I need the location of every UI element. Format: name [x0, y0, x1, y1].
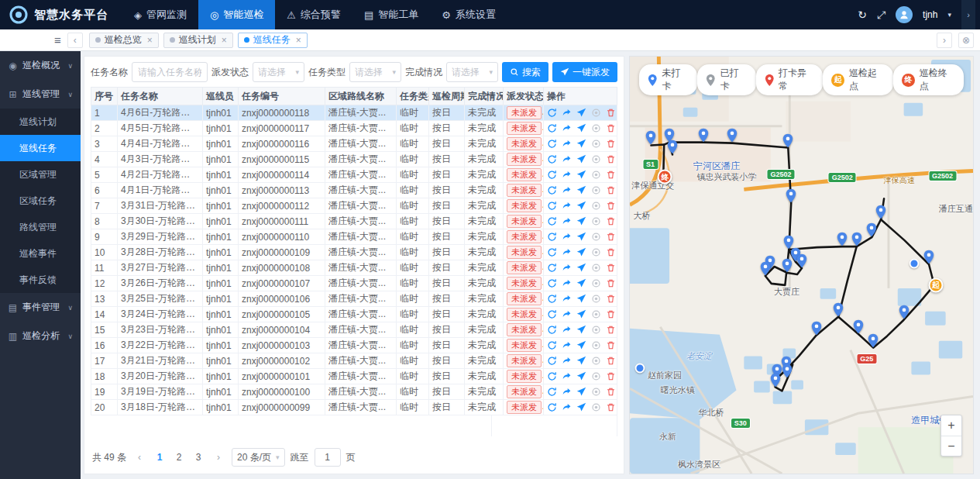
task-type-select[interactable]: 请选择 ▾ — [349, 62, 401, 82]
table-row[interactable]: 9 3月29日-万轮路线... tjnh01 znxj0000000110 潘庄… — [91, 229, 617, 245]
revoke-icon[interactable] — [591, 185, 601, 195]
send-icon[interactable] — [576, 108, 586, 118]
share-icon[interactable] — [562, 294, 572, 304]
regenerate-icon[interactable] — [547, 356, 557, 366]
revoke-icon[interactable] — [591, 108, 601, 118]
table-row[interactable]: 19 3月19日-万轮路线... tjnh01 znxj0000000100 潘… — [91, 384, 617, 400]
send-icon[interactable] — [576, 185, 586, 195]
regenerate-icon[interactable] — [547, 402, 557, 412]
revoke-icon[interactable] — [591, 309, 601, 319]
task-name-input[interactable] — [132, 62, 208, 82]
share-icon[interactable] — [562, 247, 572, 257]
sidebar-item[interactable]: ▤ 事件管理 ∨ — [0, 293, 81, 322]
share-icon[interactable] — [562, 356, 572, 366]
regenerate-icon[interactable] — [547, 325, 557, 335]
regenerate-icon[interactable] — [547, 371, 557, 381]
send-icon[interactable] — [576, 201, 586, 211]
table-row[interactable]: 11 3月27日-万轮路线... tjnh01 znxj0000000108 潘… — [91, 260, 617, 276]
delete-icon[interactable] — [606, 170, 616, 180]
regenerate-icon[interactable] — [547, 216, 557, 226]
legend-item[interactable]: 已打卡 — [697, 64, 755, 95]
map-marker[interactable] — [759, 261, 771, 276]
map-marker[interactable] — [782, 133, 794, 148]
regenerate-icon[interactable] — [547, 185, 557, 195]
regenerate-icon[interactable] — [547, 123, 557, 133]
send-icon[interactable] — [576, 387, 586, 397]
delete-icon[interactable] — [606, 340, 616, 350]
share-icon[interactable] — [562, 325, 572, 335]
regenerate-icon[interactable] — [547, 108, 557, 118]
delete-icon[interactable] — [606, 371, 616, 381]
delete-icon[interactable] — [606, 263, 616, 273]
legend-item[interactable]: 未打卡 — [639, 64, 697, 95]
table-row[interactable]: 10 3月28日-万轮路线... tjnh01 znxj0000000109 潘… — [91, 245, 617, 260]
revoke-icon[interactable] — [591, 371, 601, 381]
share-icon[interactable] — [562, 170, 572, 180]
nav-item[interactable]: ◈ 管网监测 — [122, 0, 198, 29]
refresh-icon[interactable]: ↻ — [858, 9, 867, 21]
delete-icon[interactable] — [606, 325, 616, 335]
sidebar-item[interactable]: 巡线任务 ∨ — [0, 135, 81, 161]
delete-icon[interactable] — [606, 201, 616, 211]
send-icon[interactable] — [576, 232, 586, 242]
share-icon[interactable] — [562, 263, 572, 273]
regenerate-icon[interactable] — [547, 232, 557, 242]
map-marker[interactable] — [698, 128, 710, 143]
nav-item[interactable]: ⚠ 综合预警 — [275, 0, 352, 29]
sidebar-item[interactable]: 区域管理 ∨ — [0, 161, 81, 188]
map-marker[interactable] — [866, 222, 878, 237]
share-icon[interactable] — [562, 278, 572, 288]
regenerate-icon[interactable] — [547, 139, 557, 149]
map-marker[interactable] — [868, 333, 879, 348]
map-panel[interactable]: 未打卡 已打卡 打卡异常 — [629, 56, 974, 474]
revoke-icon[interactable] — [591, 294, 601, 304]
send-icon[interactable] — [576, 309, 586, 319]
revoke-icon[interactable] — [591, 387, 601, 397]
nav-item[interactable]: ⚙ 系统设置 — [430, 0, 507, 29]
table-row[interactable]: 2 4月5日-万轮路线 ... tjnh01 znxj0000000117 潘庄… — [91, 121, 617, 136]
revoke-icon[interactable] — [591, 325, 601, 335]
user-name[interactable]: tjnh — [923, 9, 937, 20]
map-marker[interactable] — [910, 259, 921, 274]
revoke-icon[interactable] — [591, 139, 601, 149]
delete-icon[interactable] — [606, 294, 616, 304]
map-marker[interactable] — [851, 232, 862, 246]
close-all-tabs-icon[interactable]: ⊗ — [958, 33, 974, 48]
tabs-scroll-right-icon[interactable]: › — [937, 33, 952, 48]
regenerate-icon[interactable] — [547, 263, 557, 273]
revoke-icon[interactable] — [591, 154, 601, 164]
delete-icon[interactable] — [606, 139, 616, 149]
sidebar-item[interactable]: 路线管理 ∨ — [0, 214, 81, 240]
delete-icon[interactable] — [606, 387, 616, 397]
table-row[interactable]: 8 3月30日-万轮路线... tjnh01 znxj0000000111 潘庄… — [91, 214, 617, 229]
share-icon[interactable] — [562, 371, 572, 381]
revoke-icon[interactable] — [591, 278, 601, 288]
map-marker[interactable] — [782, 364, 793, 378]
nav-item[interactable]: ▤ 智能工单 — [352, 0, 430, 29]
delete-icon[interactable] — [606, 216, 616, 226]
send-icon[interactable] — [576, 139, 586, 149]
sidebar-item[interactable]: ▥ 巡检分析 ∨ — [0, 322, 81, 350]
send-icon[interactable] — [576, 216, 586, 226]
delete-icon[interactable] — [606, 154, 616, 164]
delete-icon[interactable] — [606, 402, 616, 412]
map-marker[interactable] — [727, 128, 738, 143]
table-row[interactable]: 3 4月4日-万轮路线 ... tjnh01 znxj0000000116 潘庄… — [91, 136, 617, 152]
share-icon[interactable] — [562, 139, 572, 149]
send-icon[interactable] — [576, 294, 586, 304]
share-icon[interactable] — [562, 387, 572, 397]
delete-icon[interactable] — [606, 356, 616, 366]
send-icon[interactable] — [576, 371, 586, 381]
page-number[interactable]: 1 — [153, 449, 167, 466]
map-marker[interactable] — [786, 188, 797, 203]
map-marker[interactable]: 终 — [658, 170, 669, 184]
delete-icon[interactable] — [606, 232, 616, 242]
regenerate-icon[interactable] — [547, 154, 557, 164]
regenerate-icon[interactable] — [547, 247, 557, 257]
legend-item[interactable]: 起 巡检起点 — [823, 64, 893, 95]
send-icon[interactable] — [576, 325, 586, 335]
delete-icon[interactable] — [606, 309, 616, 319]
regenerate-icon[interactable] — [547, 340, 557, 350]
map-marker[interactable] — [852, 319, 864, 334]
share-icon[interactable] — [562, 402, 572, 412]
